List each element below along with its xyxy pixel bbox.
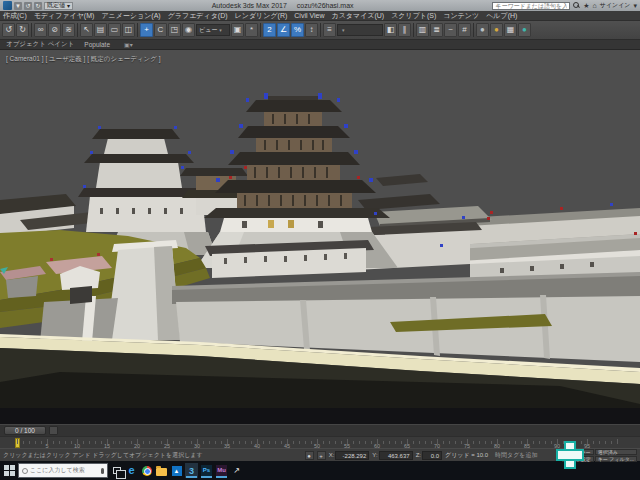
- spinner-snap-icon[interactable]: ↕: [305, 23, 318, 37]
- help-chevron-icon[interactable]: ▾: [633, 2, 637, 10]
- selection-lock-icon[interactable]: ●: [305, 451, 314, 460]
- menu-item-1[interactable]: モディファイヤ(M): [34, 11, 95, 21]
- add-time-tag[interactable]: 時間タグを追加: [495, 451, 537, 460]
- layer-manager-icon[interactable]: ▥: [416, 23, 429, 37]
- sign-in-button[interactable]: サインイン: [600, 1, 631, 10]
- coord-z-field[interactable]: 0.0: [422, 451, 442, 460]
- frame-tick: [269, 441, 270, 444]
- infocenter-search-input[interactable]: [492, 2, 570, 10]
- named-selection-edit-icon[interactable]: ≡: [323, 23, 336, 37]
- file-explorer-icon[interactable]: [155, 463, 168, 478]
- menu-item-3[interactable]: グラフエディタ(D): [168, 11, 228, 21]
- rendered-frame-icon[interactable]: ▦: [504, 23, 517, 37]
- named-selection-dropdown[interactable]: ▾: [337, 24, 383, 36]
- taskbar-apps: e▲3PsMu↗: [110, 463, 243, 478]
- scene-explorer-icon[interactable]: ≣: [430, 23, 443, 37]
- window-crossing-icon[interactable]: ◫: [122, 23, 135, 37]
- time-slider-grip[interactable]: [49, 426, 58, 435]
- menu-item-7[interactable]: スクリプト(S): [391, 11, 436, 21]
- chevron-down-icon: ▾: [67, 2, 70, 9]
- frame-tick: [95, 441, 96, 444]
- selected-set-dropdown[interactable]: 選択済み: [595, 449, 637, 455]
- select-scale-icon[interactable]: ◳: [168, 23, 181, 37]
- render-production-icon[interactable]: ●: [518, 23, 531, 37]
- 3ds-max-icon[interactable]: 3: [185, 463, 198, 478]
- unlink-icon[interactable]: ⊘: [48, 23, 61, 37]
- menu-item-5[interactable]: Civil View: [294, 11, 324, 21]
- photoshop-icon[interactable]: Ps: [200, 463, 213, 478]
- edge-icon[interactable]: e: [125, 463, 138, 478]
- frame-tick: [359, 441, 360, 444]
- workspace-dropdown[interactable]: 既定値 ▾: [44, 2, 73, 10]
- percent-snap-icon[interactable]: %: [291, 23, 304, 37]
- frame-tick: [455, 441, 456, 444]
- coord-x-field[interactable]: -228.292: [335, 451, 369, 460]
- photos-icon[interactable]: ▲: [170, 463, 183, 478]
- start-button[interactable]: [2, 464, 16, 478]
- material-editor-icon[interactable]: ●: [476, 23, 489, 37]
- schematic-view-icon[interactable]: #: [458, 23, 471, 37]
- menu-item-2[interactable]: アニメーション(A): [101, 11, 160, 21]
- coord-y-field[interactable]: 463.637: [379, 451, 413, 460]
- render-setup-icon[interactable]: ●: [490, 23, 503, 37]
- save-icon[interactable]: ▼: [14, 2, 22, 10]
- ribbon-tab-object-paint[interactable]: オブジェクト ペイント: [6, 40, 74, 49]
- viewport-label[interactable]: [ Camera01 ] [ ユーザ定義 ] [ 既定のシェーディング ]: [6, 55, 161, 64]
- frame-tick: [191, 441, 192, 444]
- select-move-icon[interactable]: +: [140, 23, 153, 37]
- use-pivot-center-icon[interactable]: ▣: [231, 23, 244, 37]
- snap-toggle-icon[interactable]: 2: [263, 23, 276, 37]
- menu-item-4[interactable]: レンダリング(R): [235, 11, 288, 21]
- redo-icon[interactable]: ↻: [16, 23, 29, 37]
- frame-tick: [443, 441, 444, 444]
- time-slider-handle[interactable]: 0 / 100: [4, 426, 46, 435]
- select-manipulate-icon[interactable]: *: [245, 23, 258, 37]
- track-bar[interactable]: 5101520253035404550556065707580859095: [0, 436, 640, 448]
- search-icon[interactable]: [573, 2, 580, 9]
- frame-tick: [413, 441, 414, 444]
- chrome-icon[interactable]: [140, 463, 153, 478]
- select-rotate-icon[interactable]: C: [154, 23, 167, 37]
- microphone-icon[interactable]: [101, 468, 104, 474]
- selection-region-icon[interactable]: ▭: [108, 23, 121, 37]
- key-filter-button[interactable]: キー フィルタ...: [595, 456, 637, 462]
- arrow-app-icon[interactable]: ↗: [230, 463, 243, 478]
- menu-item-0[interactable]: 作成(C): [3, 11, 27, 21]
- align-icon[interactable]: ∥: [398, 23, 411, 37]
- undo-icon[interactable]: ↺: [2, 23, 15, 37]
- menu-item-9[interactable]: ヘルプ(H): [486, 11, 517, 21]
- menu-item-8[interactable]: コンテンツ: [443, 11, 479, 21]
- frame-tick: [275, 441, 276, 444]
- redo-quick-icon[interactable]: ↻: [34, 2, 42, 10]
- task-view-icon[interactable]: [110, 463, 123, 478]
- max-logo-icon[interactable]: [3, 1, 12, 10]
- select-object-icon[interactable]: ↖: [80, 23, 93, 37]
- frame-tick: [593, 441, 594, 444]
- taskbar-search[interactable]: ここに入力して検索: [18, 463, 108, 478]
- frame-tick: [341, 441, 342, 444]
- auto-key-button[interactable]: オートキー: [562, 449, 593, 455]
- star-icon[interactable]: ★: [583, 2, 589, 10]
- ribbon-tab-populate[interactable]: Populate: [84, 41, 110, 48]
- 3ds-max-window: ▼ ↺ ↻ 既定値 ▾ Autodesk 3ds Max 2017 cozu%2…: [0, 0, 640, 480]
- select-by-name-icon[interactable]: ▤: [94, 23, 107, 37]
- set-key-button[interactable]: キーを設定: [562, 456, 593, 462]
- ref-coord-dropdown[interactable]: ビュー▾: [196, 24, 230, 36]
- curve-editor-icon[interactable]: ~: [444, 23, 457, 37]
- select-place-icon[interactable]: ◉: [182, 23, 195, 37]
- bind-spacewarp-icon[interactable]: ≋: [62, 23, 75, 37]
- toolbar-separator: [137, 23, 138, 37]
- frame-tick: [383, 441, 384, 444]
- menu-item-6[interactable]: カスタマイズ(U): [332, 11, 385, 21]
- absolute-mode-icon[interactable]: +: [317, 451, 326, 460]
- muse-icon[interactable]: Mu: [215, 463, 228, 478]
- undo-quick-icon[interactable]: ↺: [24, 2, 32, 10]
- angle-snap-icon[interactable]: ∠: [277, 23, 290, 37]
- ribbon-minimize-icon[interactable]: ▣▾: [124, 41, 133, 48]
- home-icon[interactable]: ⌂: [593, 2, 597, 10]
- frame-tick: [239, 441, 240, 444]
- frame-tick: [53, 441, 54, 444]
- mirror-icon[interactable]: ◧: [384, 23, 397, 37]
- select-link-icon[interactable]: ∞: [34, 23, 47, 37]
- viewport[interactable]: [ Camera01 ] [ ユーザ定義 ] [ 既定のシェーディング ]: [0, 50, 640, 424]
